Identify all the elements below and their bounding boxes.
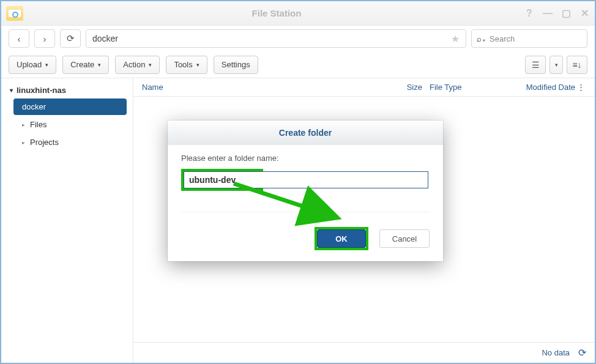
sidebar-item-files[interactable]: ▸ Files	[13, 116, 127, 133]
sidebar: ▾ linuxhint-nas docker ▸ Files ▸ Project…	[1, 78, 133, 363]
search-icon: ⌕▾	[477, 34, 486, 43]
sidebar-item-docker[interactable]: docker	[13, 98, 127, 115]
close-icon[interactable]: ✕	[579, 8, 590, 19]
table-footer: No data ⟳	[133, 342, 595, 363]
cancel-button[interactable]: Cancel	[379, 229, 430, 248]
window-title: File Station	[29, 8, 524, 18]
sort-icon[interactable]: ≡↓	[567, 56, 587, 74]
column-size[interactable]: Size	[386, 83, 422, 92]
minimize-icon[interactable]: —	[542, 8, 553, 19]
table-header: Name Size File Type Modified Date ⋮	[133, 78, 595, 97]
highlight-ok: OK	[315, 227, 368, 250]
tree-root[interactable]: ▾ linuxhint-nas	[1, 83, 133, 97]
sidebar-item-label: Projects	[30, 138, 59, 147]
dialog-label: Please enter a folder name:	[181, 154, 430, 163]
settings-button[interactable]: Settings	[214, 56, 258, 74]
titlebar: File Station ? — ▢ ✕	[1, 1, 595, 26]
chevron-right-icon: ▸	[22, 122, 25, 128]
folder-name-input[interactable]	[184, 171, 428, 188]
maximize-icon[interactable]: ▢	[561, 8, 572, 19]
chevron-right-icon: ▸	[22, 139, 25, 146]
column-more-icon[interactable]: ⋮	[575, 83, 586, 92]
dialog-buttons: OK Cancel	[168, 218, 443, 261]
app-icon	[6, 6, 23, 21]
search-input[interactable]: ⌕▾ Search	[471, 29, 587, 48]
action-button[interactable]: Action▾	[115, 56, 160, 74]
column-name[interactable]: Name	[142, 83, 386, 92]
sidebar-item-label: Files	[30, 120, 47, 129]
refresh-icon[interactable]: ⟳	[578, 347, 586, 358]
file-station-window: File Station ? — ▢ ✕ ‹ › ⟳ docker ★ ⌕▾ S…	[0, 0, 596, 364]
nav-bar: ‹ › ⟳ docker ★ ⌕▾ Search	[1, 26, 595, 51]
view-dropdown-icon[interactable]: ▾	[549, 56, 563, 74]
create-folder-dialog: Create folder Please enter a folder name…	[168, 121, 443, 261]
sidebar-item-projects[interactable]: ▸ Projects	[13, 134, 127, 150]
chevron-down-icon: ▾	[10, 87, 13, 94]
dialog-title: Create folder	[168, 121, 443, 145]
ok-button[interactable]: OK	[317, 229, 366, 248]
back-button[interactable]: ‹	[9, 29, 29, 48]
forward-button[interactable]: ›	[34, 29, 55, 48]
create-button[interactable]: Create▾	[62, 56, 109, 74]
reload-button[interactable]: ⟳	[60, 29, 81, 48]
root-label: linuxhint-nas	[17, 86, 66, 95]
path-input[interactable]: docker ★	[86, 29, 466, 48]
column-type[interactable]: File Type	[422, 83, 490, 92]
favorite-icon[interactable]: ★	[451, 33, 460, 45]
toolbar: Upload▾ Create▾ Action▾ Tools▾ Settings …	[1, 51, 595, 78]
help-icon[interactable]: ?	[524, 8, 535, 19]
upload-button[interactable]: Upload▾	[9, 56, 56, 74]
sidebar-item-label: docker	[22, 102, 46, 111]
search-placeholder: Search	[490, 34, 515, 43]
highlight-input	[181, 169, 263, 191]
tools-button[interactable]: Tools▾	[166, 56, 207, 74]
path-text: docker	[92, 34, 118, 43]
status-text: No data	[542, 348, 570, 357]
view-list-icon[interactable]: ☰	[525, 56, 546, 74]
column-modified[interactable]: Modified Date	[490, 83, 575, 92]
